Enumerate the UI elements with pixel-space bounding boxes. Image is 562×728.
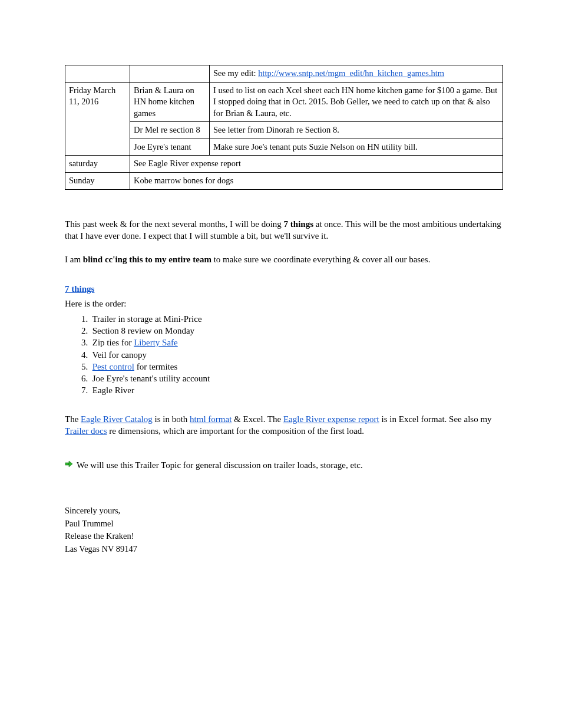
paragraph: I am blind cc'ing this to my entire team… [65,253,503,265]
table-row: saturday See Eagle River expense report [65,156,503,173]
cell-detail: Make sure Joe's tenant puts Suzie Nelson… [210,139,503,156]
cell-detail: I used to list on each Xcel sheet each H… [210,82,503,122]
sig-line: Sincerely yours, [65,505,503,517]
list-item: 3. Zip ties for Liberty Safe [81,337,503,348]
link-eagle-expense[interactable]: Eagle River expense report [283,414,379,424]
svg-rect-0 [65,463,69,465]
cell-topic [130,65,210,83]
table-row: Joe Eyre's tenant Make sure Joe's tenant… [65,139,503,156]
cell-date: Friday March 11, 2016 [65,82,130,156]
sig-line: Las Vegas NV 89147 [65,543,503,555]
paragraph: Here is the order: [65,298,503,309]
link-7-things[interactable]: 7 things [65,284,94,294]
signature-block: Sincerely yours, Paul Trummel Release th… [65,505,503,555]
link-edit-url[interactable]: http://www.sntp.net/mgm_edit/hn_kitchen_… [258,68,444,78]
cell-date: Sunday [65,172,130,189]
link-eagle-catalog[interactable]: Eagle River Catalog [81,414,153,424]
body-content: This past week & for the next several mo… [65,218,503,555]
cell-topic: Dr Mel re section 8 [130,122,210,139]
cell-detail: See letter from Dinorah re Section 8. [210,122,503,139]
cell-detail: See my edit: http://www.sntp.net/mgm_edi… [210,65,503,83]
cell-detail: See Eagle River expense report [130,156,503,173]
section-heading: 7 things [65,283,503,295]
list-item: 7. Eagle River [81,384,503,396]
arrow-note-text: We will use this Trailer Topic for gener… [77,459,363,471]
table-row: Friday March 11, 2016 Brian & Laura on H… [65,82,503,122]
arrow-note: We will use this Trailer Topic for gener… [65,459,503,471]
link-liberty-safe[interactable]: Liberty Safe [134,338,178,347]
table-row: See my edit: http://www.sntp.net/mgm_edi… [65,65,503,83]
list-item: 6. Joe Eyre's tenant's utility account [81,373,503,384]
list-item: 1. Trailer in storage at Mini-Price [81,313,503,325]
cell-date: saturday [65,156,130,173]
sig-line: Release the Kraken! [65,531,503,542]
cell-detail: Kobe marrow bones for dogs [130,172,503,189]
cell-topic: Brian & Laura on HN home kitchen games [130,82,210,122]
paragraph: The Eagle River Catalog is in both html … [65,413,503,437]
link-pest-control[interactable]: Pest control [92,362,134,371]
list-item: 5. Pest control for termites [81,361,503,373]
sig-line: Paul Trummel [65,518,503,530]
table-row: Dr Mel re section 8 See letter from Dino… [65,122,503,139]
list-item: 4. Veil for canopy [81,349,503,361]
cell-topic: Joe Eyre's tenant [130,139,210,156]
list-item: 2. Section 8 review on Monday [81,325,503,337]
link-html-format[interactable]: html format [190,414,232,424]
link-trailer-docs[interactable]: Trailer docs [65,426,107,436]
paragraph: This past week & for the next several mo… [65,218,503,242]
cell-date [65,65,130,83]
svg-marker-1 [69,461,72,467]
table-row: Sunday Kobe marrow bones for dogs [65,172,503,189]
schedule-table: See my edit: http://www.sntp.net/mgm_edi… [65,65,503,190]
arrow-right-icon [65,460,73,468]
